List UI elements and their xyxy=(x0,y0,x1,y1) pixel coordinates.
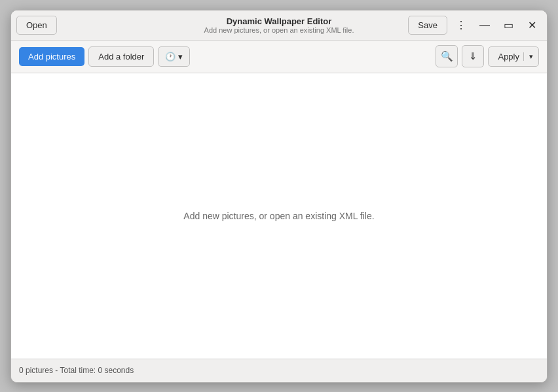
more-icon: ⋮ xyxy=(456,19,466,31)
time-button[interactable]: 🕐 ▾ xyxy=(158,46,190,67)
apply-button[interactable]: Apply ▾ xyxy=(488,46,539,67)
more-button[interactable]: ⋮ xyxy=(451,15,471,35)
search-button[interactable]: 🔍 xyxy=(436,45,458,67)
titlebar-left: Open xyxy=(16,16,57,35)
toolbar-left: Add pictures Add a folder 🕐 ▾ xyxy=(19,46,190,67)
close-icon: ✕ xyxy=(528,19,536,31)
add-folder-button[interactable]: Add a folder xyxy=(88,46,154,67)
maximize-button[interactable]: ▭ xyxy=(498,15,518,35)
open-button[interactable]: Open xyxy=(16,16,57,35)
sort-icon: ⇓ xyxy=(469,50,477,62)
apply-label: Apply xyxy=(498,52,519,62)
apply-dropdown-arrow: ▾ xyxy=(523,52,538,61)
close-button[interactable]: ✕ xyxy=(522,15,542,35)
toolbar: Add pictures Add a folder 🕐 ▾ 🔍 ⇓ Apply … xyxy=(11,41,547,73)
content-area: Add new pictures, or open an existing XM… xyxy=(11,73,547,359)
status-text: 0 pictures - Total time: 0 seconds xyxy=(19,366,134,375)
empty-message: Add new pictures, or open an existing XM… xyxy=(183,211,374,221)
main-window: Open Dynamic Wallpaper Editor Add new pi… xyxy=(10,10,548,383)
titlebar-right: Save ⋮ — ▭ ✕ xyxy=(408,15,542,35)
titlebar: Open Dynamic Wallpaper Editor Add new pi… xyxy=(11,10,547,41)
minimize-icon: — xyxy=(479,19,490,31)
maximize-icon: ▭ xyxy=(504,19,513,31)
save-button[interactable]: Save xyxy=(408,16,447,35)
time-dropdown-arrow: ▾ xyxy=(178,52,183,62)
clock-icon: 🕐 xyxy=(165,52,176,62)
titlebar-center: Dynamic Wallpaper Editor Add new picture… xyxy=(204,16,354,34)
app-subtitle: Add new pictures, or open an existing XM… xyxy=(204,26,354,34)
toolbar-right: 🔍 ⇓ Apply ▾ xyxy=(436,45,539,67)
minimize-button[interactable]: — xyxy=(475,15,494,35)
statusbar: 0 pictures - Total time: 0 seconds xyxy=(11,359,547,382)
search-icon: 🔍 xyxy=(441,50,453,62)
add-pictures-button[interactable]: Add pictures xyxy=(19,47,84,66)
app-title: Dynamic Wallpaper Editor xyxy=(227,16,332,26)
sort-button[interactable]: ⇓ xyxy=(462,45,484,67)
